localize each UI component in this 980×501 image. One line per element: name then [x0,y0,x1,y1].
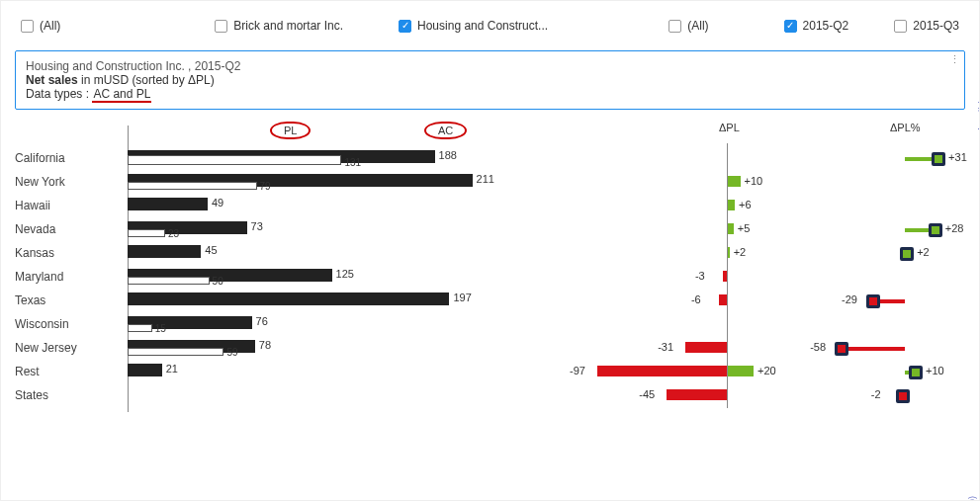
category-label: Hawaii [15,199,114,212]
delta-pl-bar [727,200,735,210]
table-row: New Jersey7859-31-58 [15,337,965,361]
table-row: Hawaii49+6 [15,195,965,218]
delta-pl-bar [667,389,727,400]
ac-bar [128,292,449,305]
delta-pl-pct-value: +31 [948,151,967,163]
category-label: Nevada [15,222,114,236]
delta-pl-value: -45 [639,388,655,400]
category-label: New Jersey [15,341,114,355]
delta-pl-pct-value: -29 [842,293,857,305]
delta-pl-pct-marker [909,366,923,379]
delta-pl-pct-value: +2 [917,246,930,258]
table-row: Rest21-97+20+10 [15,361,965,384]
checkbox-icon [668,20,681,33]
ac-value: 21 [166,363,178,375]
pl-bar [128,155,341,165]
delta-pl-value: +5 [738,222,751,234]
delta-pl-pct-value: -58 [810,341,826,353]
ac-value: 76 [256,315,268,327]
ac-value: 45 [205,244,217,256]
delta-pl-pct-value: +28 [945,222,964,234]
category-label: Maryland [15,270,114,284]
category-label: Kansas [15,246,114,260]
header-line-1: Housing and Construction Inc. , 2015-Q2 [26,59,954,73]
ac-value: 73 [251,220,263,232]
filter-all-companies[interactable]: (All) [21,19,60,33]
filter-all-quarters[interactable]: (All) [668,19,708,33]
filter-bar: (All) Brick and mortar Inc. Housing and … [15,11,965,41]
table-row: States-45-2 [15,384,965,408]
pl-bar-secondary [128,229,165,237]
delta-pl-pct-value: -2 [871,388,881,400]
pl-secondary-value: 15 [155,323,166,334]
delta-pl-pct-marker [896,389,910,403]
table-row: Texas197-6-29 [15,290,965,313]
pl-column-label: PL [270,122,311,139]
delta-pl-pct-value: +10 [926,365,944,376]
header-line-2: Net sales in mUSD (sorted by ΔPL) [26,73,954,87]
delta-pl-pct-marker [932,152,945,166]
category-label: States [15,388,114,402]
delta-pl-pct-label: ΔPL% [890,122,921,133]
ac-value: 125 [336,268,354,280]
delta-pl-bar [727,366,754,376]
menu-dots-icon[interactable]: ⋮ [949,53,961,66]
delta-pl-value: -3 [695,270,705,282]
delta-pl-value: +20 [757,365,776,376]
ac-bar [128,364,162,376]
table-row: California188131+31 [15,147,965,171]
pl-secondary-value: 50 [213,276,223,287]
delta-pl-bar [719,294,727,305]
column-headers: PL AC ΔPL ΔPL% [15,125,965,143]
delta-pl-value: +10 [745,175,763,187]
filter-2015-q2[interactable]: 2015-Q2 [784,19,849,33]
variance-chart: PL AC ΔPL ΔPL% California188131+31New Yo… [15,125,965,412]
delta-pl-label: ΔPL [719,122,740,133]
delta-pl-value: -97 [570,365,585,376]
ac-value: 49 [212,197,223,209]
pl-secondary-value: 23 [168,228,179,239]
category-label: New York [15,175,114,189]
checkbox-icon [894,20,907,33]
table-row: Kansas45+2+2 [15,242,965,266]
ac-value: 188 [439,149,457,161]
delta-pl-bar [727,223,734,234]
delta-pl-bar [597,366,727,376]
delta-pl-value: +2 [734,246,747,258]
delta-pl-value: -6 [691,293,701,305]
header-line-3: Data types : AC and PL [26,87,954,101]
delta-pl-axis [727,143,728,408]
pl-bar-secondary [128,348,223,356]
filter-2015-q3[interactable]: 2015-Q3 [894,19,959,33]
pl-bar-secondary [128,324,152,332]
delta-pl-value: +6 [739,199,752,210]
pl-secondary-value: 79 [260,181,271,192]
delta-pl-pct-marker [929,223,942,237]
pl-secondary-value: 59 [226,347,237,358]
ac-column-label: AC [424,122,467,139]
ac-value: 78 [259,339,271,351]
watermark-link-bottom[interactable]: http://vitara.co (4.3.0.559) [967,496,977,501]
ac-bar [128,198,208,210]
checkbox-icon [399,20,411,33]
pl-bar-secondary [128,182,257,190]
ac-value: 197 [453,292,471,303]
filter-brick-mortar[interactable]: Brick and mortar Inc. [215,19,343,33]
delta-pl-bar [727,176,741,187]
filter-housing[interactable]: Housing and Construct... [399,19,548,33]
chart-header: ⋮ Housing and Construction Inc. , 2015-Q… [15,50,965,110]
ac-bar [128,245,201,258]
category-label: Rest [15,365,114,378]
category-label: Texas [15,293,114,307]
delta-pl-pct-marker [866,294,880,308]
checkbox-icon [215,20,227,33]
delta-pl-bar [685,342,727,353]
checkbox-icon [21,20,34,33]
pl-bar-secondary [128,277,210,285]
delta-pl-value: -31 [658,341,673,353]
table-row: Wisconsin7615 [15,313,965,337]
ac-value: 211 [477,173,494,185]
category-label: Wisconsin [15,317,114,331]
table-row: Nevada7323+5+28 [15,218,965,242]
checkbox-icon [784,20,797,33]
